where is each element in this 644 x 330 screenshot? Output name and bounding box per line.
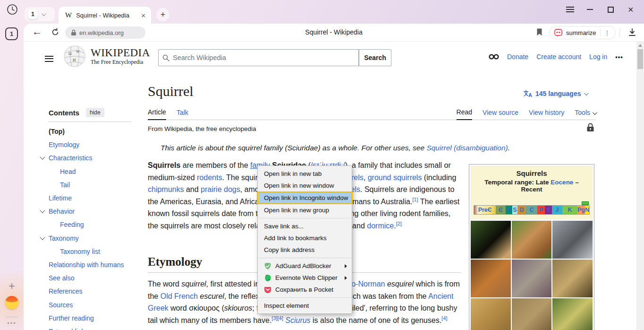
address-page-title: Squirrel - Wikipedia (305, 28, 362, 36)
menu-save-to-pocket[interactable]: Сохранить в Pocket (258, 284, 352, 295)
scrollbar-thumb[interactable] (637, 49, 643, 69)
toc-title: Contents (49, 109, 79, 117)
sidebar-add-icon[interactable]: + (6, 280, 18, 292)
timescale-cretaceous[interactable]: K (562, 206, 577, 214)
page-protection-lock-icon[interactable] (586, 123, 594, 134)
languages-button[interactable]: A 145 languages (523, 90, 587, 97)
tab-view-source[interactable]: View source (483, 109, 518, 120)
toc-hide-button[interactable]: hide (86, 108, 104, 117)
wiki-more-icon[interactable]: ••• (615, 53, 623, 61)
maximize-button[interactable] (608, 0, 614, 19)
scrollbar-up-arrow[interactable] (638, 44, 642, 47)
menu-open-link-new-window[interactable]: Open link in new window (258, 180, 352, 191)
timescale-carboniferous[interactable]: C (526, 206, 537, 214)
toc-item-external-links[interactable]: External links (49, 325, 143, 330)
wikipedia-wordmark[interactable]: WIKIPEDIA The Free Encyclopedia (91, 47, 150, 66)
timescale-ordovician[interactable]: O (506, 206, 512, 214)
sidebar-more-icon[interactable]: ••• (5, 320, 19, 327)
timescale-cambrian[interactable]: Є (496, 206, 505, 214)
timescale-devonian[interactable]: D (517, 206, 526, 214)
sidebar-panel-button[interactable]: 1 (5, 27, 18, 40)
browser-tab[interactable]: W Squirrel - Wikipedia × (59, 7, 151, 24)
wiki-menu-icon[interactable] (45, 54, 53, 63)
tab-strip: 1 W Squirrel - Wikipedia × + × (0, 0, 644, 24)
tab-close-icon[interactable]: × (140, 11, 146, 19)
summarize-button[interactable]: summarize ⋮ (549, 26, 616, 39)
tab-view-history[interactable]: View history (529, 109, 564, 120)
search-button[interactable]: Search (359, 49, 391, 66)
tab-counter[interactable]: 1 (25, 7, 55, 21)
toc-item-taxonomy-list[interactable]: Taxonomy list (49, 245, 143, 258)
toc-item-references[interactable]: References (49, 285, 143, 298)
menu-open-link-new-tab[interactable]: Open link in new tab (258, 168, 352, 180)
squirrel-photo-5[interactable] (512, 260, 552, 297)
toc-item-tail[interactable]: Tail (49, 178, 143, 191)
menu-save-link-as[interactable]: Save link as... (258, 220, 352, 232)
downloads-icon[interactable] (628, 28, 636, 39)
reload-button[interactable] (51, 28, 59, 38)
address-bar[interactable]: en.wikipedia.org (65, 26, 145, 39)
new-tab-button[interactable]: + (156, 8, 169, 21)
web-content: Ω W И WIKIPEDIA The Free Encyclopedia Se… (24, 42, 644, 330)
squirrel-photo-2[interactable] (512, 221, 552, 259)
toc-item-characteristics[interactable]: Characteristics (49, 151, 143, 165)
toc-item-head[interactable]: Head (49, 165, 143, 178)
squirrel-photo-4[interactable] (471, 260, 511, 297)
create-account-link[interactable]: Create account (536, 53, 581, 61)
menu-open-link-incognito[interactable]: Open link in Incognito window (257, 191, 353, 204)
donate-link[interactable]: Donate (507, 53, 528, 61)
menu-adguard[interactable]: AdGuard AdBlocker (258, 260, 352, 272)
toc-item-taxonomy[interactable]: Taxonomy (49, 232, 143, 245)
squirrel-photo-1[interactable] (471, 221, 511, 259)
squirrel-photo-8[interactable] (512, 298, 552, 330)
toc-item-lifetime[interactable]: Lifetime (49, 191, 143, 205)
toc-item-further-reading[interactable]: Further reading (49, 312, 143, 325)
tab-tools[interactable]: Tools (575, 109, 596, 120)
tab-talk[interactable]: Talk (177, 109, 188, 120)
toc-item-relationship-with-humans[interactable]: Relationship with humans (49, 258, 143, 271)
tab-article[interactable]: Article (148, 108, 166, 120)
linked-rings-icon[interactable] (489, 54, 499, 60)
wiki-search-box[interactable] (158, 49, 359, 66)
squirrel-photo-3[interactable] (552, 221, 593, 259)
svg-text:W: W (76, 50, 80, 54)
page-scrollbar[interactable] (636, 42, 644, 330)
menu-open-link-new-group[interactable]: Open link in new group (258, 204, 352, 216)
toc-item-etymology[interactable]: Etymology (49, 138, 143, 151)
summarize-options-icon[interactable]: ⋮ (604, 29, 610, 36)
timescale-silurian[interactable]: S (512, 206, 517, 214)
yandex-mail-icon[interactable] (5, 296, 18, 309)
timescale-triassic[interactable]: T (545, 206, 552, 214)
squirrel-photo-7[interactable] (471, 298, 511, 330)
temporal-range-marker (582, 201, 589, 205)
search-input[interactable] (173, 54, 355, 61)
minimize-button[interactable] (587, 0, 593, 19)
bookmark-icon[interactable] (536, 28, 543, 38)
toc-item-see-also[interactable]: See also (49, 271, 143, 285)
menu-copy-link-address[interactable]: Copy link address (258, 244, 352, 256)
toc-item-top[interactable]: (Top) (49, 125, 143, 138)
window-close-button[interactable]: × (628, 0, 634, 19)
toc-item-feeding[interactable]: Feeding (49, 218, 143, 231)
menu-evernote[interactable]: Evernote Web Clipper (258, 272, 352, 284)
timescale-neogene[interactable]: N (585, 206, 589, 214)
tab-read[interactable]: Read (457, 108, 472, 120)
timescale-permian[interactable]: P (537, 206, 545, 214)
history-clock-icon[interactable] (7, 4, 18, 15)
toc-item-behavior[interactable]: Behavior (49, 205, 143, 218)
squirrel-photo-6[interactable] (552, 260, 593, 297)
eocene-link[interactable]: Eocene (551, 179, 573, 186)
squirrel-photo-9[interactable] (552, 298, 593, 330)
menu-add-link-to-bookmarks[interactable]: Add link to bookmarks (258, 232, 352, 244)
back-button[interactable]: ← (32, 26, 42, 37)
wikipedia-globe-logo[interactable]: Ω W И (63, 44, 86, 69)
timescale-paleogene[interactable]: Pg (577, 206, 585, 214)
table-of-contents: Contents hide (Top) Etymology Characteri… (49, 108, 143, 330)
login-link[interactable]: Log in (589, 53, 607, 61)
menu-inspect-element[interactable]: Inspect element (258, 300, 352, 312)
browser-menu-icon[interactable] (566, 0, 574, 19)
address-toolbar: ← en.wikipedia.org Squirrel - Wikipedia … (24, 24, 644, 42)
timescale-precambrian[interactable]: PreЄ (474, 206, 496, 214)
toc-item-sources[interactable]: Sources (49, 298, 143, 311)
timescale-jurassic[interactable]: J (552, 206, 562, 214)
